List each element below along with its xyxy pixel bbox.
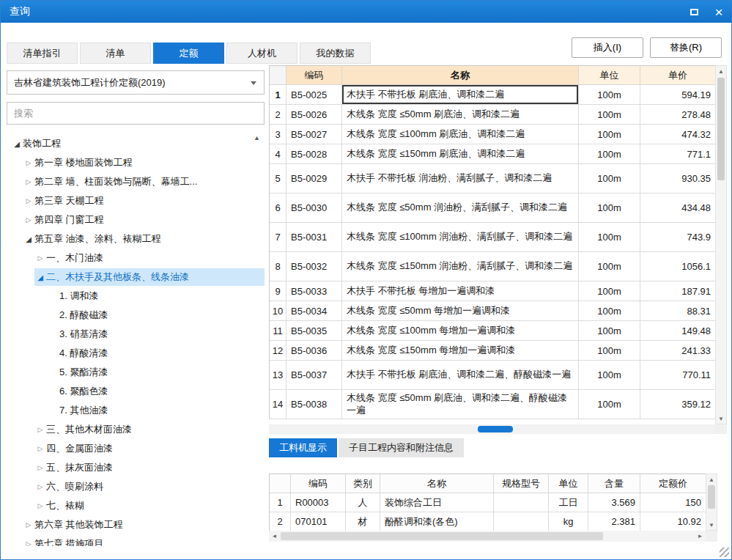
cell-unit[interactable]: 100m [579,341,640,361]
scroll-up-icon[interactable]: ▲ [716,66,726,76]
table-row[interactable]: 12 B5-0036 木线条 宽度 ≤150mm 每增加一遍调和漆 100m 2… [270,341,716,361]
search-input[interactable] [7,103,264,124]
row-number[interactable]: 1 [270,85,286,105]
row-number[interactable]: 10 [270,301,286,321]
cell-code[interactable]: B5-0035 [286,321,342,341]
tab-my-data[interactable]: 我的数据 [300,43,371,64]
close-button[interactable]: × [706,1,731,23]
scrollbar-thumb[interactable] [717,78,725,180]
cell-name[interactable]: 木扶手 不带托板 刷底油、调和漆二遍 [342,85,579,105]
cell-unit[interactable]: 工日 [549,493,588,512]
tree-item[interactable]: 6. 聚酯色漆 [7,382,265,401]
cell-name[interactable]: 酚醛调和漆(各色) [380,512,494,531]
cell-code[interactable]: B5-0026 [286,105,342,125]
tree-expander-icon[interactable]: ▷ [34,502,46,509]
cell-code[interactable]: B5-0032 [286,252,342,281]
cell-price[interactable]: 474.32 [640,125,716,144]
cell-name[interactable]: 木线条 宽度 ≤50mm 润油粉、满刮腻子、调和漆二遍 [342,194,579,223]
cell-price[interactable]: 434.48 [640,194,716,223]
quota-table-vertical-scrollbar[interactable]: ▲ ▼ [715,65,727,424]
table-row[interactable]: 13 B5-0037 木扶手 不带托板 刷底油、调和漆二遍、醇酸磁漆一遍 100… [270,361,716,390]
tree-item[interactable]: ▷ 六、喷刷涂料 [7,477,265,496]
cell-price[interactable]: 743.9 [640,223,716,252]
cell-name[interactable]: 装饰综合工日 [380,493,494,512]
scrollbar-thumb[interactable] [708,485,715,509]
tree-item[interactable]: ◢ 第五章 油漆、涂料、裱糊工程 [7,229,265,248]
cell-unit[interactable]: 100m [579,321,640,341]
cell-code[interactable]: R00003 [291,493,346,512]
table-row[interactable]: 9 B5-0033 木扶手 不带托板 每增加一遍调和漆 100m 187.91 [270,281,716,301]
cell-unit[interactable]: 100m [579,223,640,252]
tree-item[interactable]: 5. 聚酯清漆 [7,363,265,382]
table-row[interactable]: 3 B5-0027 木线条 宽度 ≤100mm 刷底油、调和漆二遍 100m 4… [270,125,716,144]
tree-item[interactable]: ▷ 第四章 门窗工程 [7,210,265,229]
row-number[interactable]: 1 [270,493,291,512]
cell-name[interactable]: 木线条 宽度 ≤100mm 润油粉、满刮腻子、调和漆二遍 [342,223,579,252]
tree-item[interactable]: ▷ 三、其他木材面油漆 [7,420,265,439]
resize-grip[interactable] [720,548,729,557]
cell-code[interactable]: B5-0030 [286,194,342,223]
cell-content[interactable]: 2.381 [588,512,640,531]
cell-unit[interactable]: 100m [579,390,640,419]
cell-quota-price[interactable]: 10.92 [640,512,706,531]
table-row[interactable]: 1 B5-0025 木扶手 不带托板 刷底油、调和漆二遍 100m 594.19 [270,85,716,105]
tab-list[interactable]: 清单 [80,43,151,64]
tree-item[interactable]: ▷ 第二章 墙、柱面装饰与隔断、幕墙工... [7,172,265,191]
tree-expander-icon[interactable]: ▷ [34,254,46,262]
cell-category[interactable]: 人 [346,493,380,512]
tree-item[interactable]: 4. 醇酸清漆 [7,344,265,363]
row-number[interactable]: 2 [270,105,286,125]
tree-expander-icon[interactable]: ▷ [34,483,46,490]
row-number[interactable]: 13 [270,361,286,390]
tree-item[interactable]: ▷ 五、抹灰面油漆 [7,458,265,477]
row-number[interactable]: 9 [270,281,286,301]
table-row[interactable]: 11 B5-0035 木线条 宽度 ≤100mm 每增加一遍调和漆 100m 1… [270,321,716,341]
tree-item[interactable]: 2. 醇酸磁漆 [7,306,265,325]
cell-name[interactable]: 木扶手 不带托板 刷底油、调和漆二遍、醇酸磁漆一遍 [342,361,579,390]
row-number[interactable]: 3 [270,125,286,144]
replace-button[interactable]: 替换(R) [650,37,722,58]
table-row[interactable]: 10 B5-0034 木线条 宽度 ≤50mm 每增加一遍调和漆 100m 88… [270,301,716,321]
cell-code[interactable]: B5-0031 [286,223,342,252]
row-number[interactable]: 11 [270,321,286,341]
cell-unit[interactable]: 100m [579,194,640,223]
cell-price[interactable]: 1056.1 [640,252,716,281]
table-row[interactable]: 1 R00003 人 装饰综合工日 工日 3.569 150 [270,493,706,512]
tree-expander-icon[interactable]: ◢ [23,235,34,243]
cell-price[interactable]: 88.31 [640,301,716,321]
cell-unit[interactable]: 100m [579,144,640,164]
tree-expander-icon[interactable]: ▷ [23,216,34,224]
row-number[interactable]: 2 [270,512,291,531]
cell-code[interactable]: B5-0034 [286,301,342,321]
table-row[interactable]: 6 B5-0030 木线条 宽度 ≤50mm 润油粉、满刮腻子、调和漆二遍 10… [270,194,716,223]
tree-item[interactable]: 3. 硝基清漆 [7,325,265,344]
tree-item[interactable]: ▷ 第六章 其他装饰工程 [7,515,265,534]
cell-name[interactable]: 木线条 宽度 ≤50mm 刷底油、调和漆二遍、醇酸磁漆一遍 [342,390,579,419]
cell-name[interactable]: 木线条 宽度 ≤50mm 刷底油、调和漆二遍 [342,105,579,125]
cell-price[interactable]: 359.12 [640,390,716,419]
tree-item[interactable]: ▷ 一、木门油漆 [7,248,265,268]
tree-expander-icon[interactable]: ◢ [34,273,46,281]
cell-category[interactable]: 材 [346,512,380,531]
cell-code[interactable]: B5-0027 [286,125,342,144]
cell-code[interactable]: B5-0038 [286,390,342,419]
tree-expander-icon[interactable]: ▷ [23,159,34,166]
row-number[interactable]: 12 [270,341,286,361]
tree-item[interactable]: ◢ 装饰工程 [7,134,265,153]
cell-code[interactable]: B5-0029 [286,164,342,194]
cell-name[interactable]: 木线条 宽度 ≤150mm 刷底油、调和漆二遍 [342,144,579,164]
cell-spec[interactable] [494,493,549,512]
cell-unit[interactable]: 100m [579,164,640,194]
cell-price[interactable]: 594.19 [640,85,716,105]
quota-table-horizontal-scrollbar[interactable] [269,424,715,434]
cell-name[interactable]: 木扶手 不带托板 润油粉、满刮腻子、调和漆二遍 [342,164,579,194]
tree-item[interactable]: ◢ 二、木扶手及其他板条、线条油漆 [7,268,265,287]
tree-item[interactable]: 1. 调和漆 [7,287,265,306]
cell-quota-price[interactable]: 150 [640,493,706,512]
cell-name[interactable]: 木线条 宽度 ≤100mm 每增加一遍调和漆 [342,321,579,341]
cell-unit[interactable]: kg [549,512,588,531]
table-row[interactable]: 2 B5-0026 木线条 宽度 ≤50mm 刷底油、调和漆二遍 100m 27… [270,105,716,125]
detail-table-vertical-scrollbar[interactable]: ▲ ▼ [706,474,717,531]
scroll-up-icon[interactable]: ▲ [706,474,717,485]
tree-expander-icon[interactable]: ▷ [23,521,34,528]
